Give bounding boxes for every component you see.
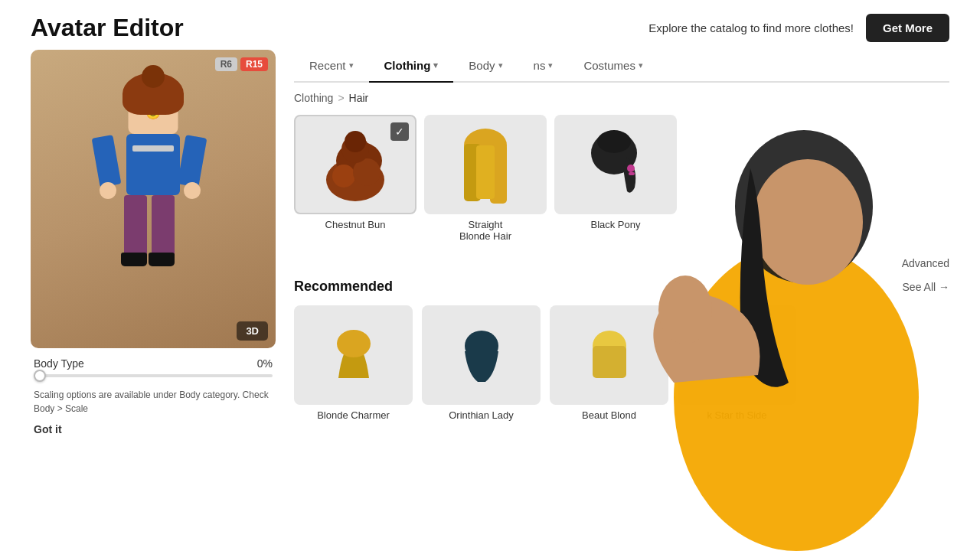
body-type-slider[interactable] [34, 374, 273, 377]
breadcrumb-separator: > [338, 92, 344, 104]
hair-item-blonde[interactable]: StraightBlonde Hair [424, 115, 547, 242]
breadcrumb-hair: Hair [349, 92, 369, 104]
avatar-right-leg [152, 195, 175, 256]
rec-item-beaut-blond-img [550, 305, 668, 405]
selected-check-icon: ✓ [390, 122, 409, 141]
tabs-bar: Recent ▾ Clothing ▾ Body ▾ ns ▾ Costumes… [294, 50, 949, 83]
ns-chevron-icon: ▾ [548, 60, 553, 70]
black-pony-svg [585, 126, 646, 203]
tab-ns[interactable]: ns ▾ [518, 50, 569, 81]
avatar-right-arm [178, 135, 207, 187]
3d-button[interactable]: 3D [237, 321, 268, 341]
advanced-button[interactable]: Advanced [902, 257, 949, 269]
rec-item-kstar[interactable]: k Star th Side [678, 305, 796, 421]
beaut-blond-svg [579, 324, 640, 386]
header-right: Explore the catalog to find more clothes… [648, 14, 949, 42]
orinthian-svg [451, 324, 512, 386]
tab-clothing[interactable]: Clothing ▾ [369, 50, 454, 81]
page-title: Avatar Editor [31, 14, 184, 42]
rec-item-beaut-blond-name: Beaut Blond [582, 409, 636, 421]
advanced-row: Advanced [294, 257, 949, 269]
rec-item-beaut-blond[interactable]: Beaut Blond [550, 305, 668, 421]
avatar-right-hand [184, 182, 201, 199]
recommended-title: Recommended [294, 279, 393, 295]
header: Avatar Editor Explore the catalog to fin… [0, 0, 980, 50]
avatar-body [126, 134, 180, 195]
svg-point-5 [345, 131, 366, 152]
avatar-hair-bun [142, 65, 165, 88]
body-type-label: Body Type [34, 357, 84, 370]
avatar-left-arm [92, 135, 122, 187]
rec-item-blonde-charmer[interactable]: Blonde Charmer [294, 305, 413, 421]
svg-rect-17 [593, 346, 626, 378]
tab-recent[interactable]: Recent ▾ [294, 50, 369, 81]
body-type-row: Body Type 0% [34, 357, 273, 370]
hair-item-blonde-img [424, 115, 547, 214]
explore-text: Explore the catalog to find more clothes… [648, 21, 854, 34]
hair-item-black-pony-img [554, 115, 677, 214]
svg-point-14 [337, 330, 371, 357]
svg-rect-9 [476, 145, 495, 199]
r6-badge[interactable]: R6 [215, 57, 237, 71]
recommended-section: Recommended See All → Blonde Charmer [294, 279, 949, 540]
hair-item-chestnut-name: Chestnut Bun [325, 219, 386, 230]
right-panel: Recent ▾ Clothing ▾ Body ▾ ns ▾ Costumes… [294, 50, 949, 540]
costumes-chevron-icon: ▾ [639, 60, 643, 70]
hair-grid: ✓ Chestnut Bun [294, 115, 949, 242]
scaling-note: Scaling options are available under Body… [34, 388, 273, 416]
kstar-svg [707, 324, 768, 386]
body-type-section: Body Type 0% Scaling options are availab… [31, 357, 276, 436]
rec-item-blonde-charmer-name: Blonde Charmer [317, 409, 390, 421]
breadcrumb-clothing[interactable]: Clothing [294, 92, 333, 104]
blonde-hair-svg [455, 122, 516, 207]
get-more-button[interactable]: Get More [866, 14, 949, 42]
rec-grid: Blonde Charmer Orinthian Lady [294, 305, 949, 421]
avatar-right-foot [149, 253, 175, 266]
svg-point-2 [332, 165, 355, 187]
hair-item-black-pony[interactable]: Black Pony [554, 115, 677, 242]
rec-item-orinthian[interactable]: Orinthian Lady [422, 305, 541, 421]
recent-chevron-icon: ▾ [349, 60, 354, 70]
blonde-charmer-svg [323, 324, 384, 386]
hair-item-chestnut-img: ✓ [294, 115, 416, 214]
hair-item-blonde-name: StraightBlonde Hair [459, 219, 511, 242]
svg-point-11 [597, 130, 631, 153]
hair-item-chestnut[interactable]: ✓ Chestnut Bun [294, 115, 416, 242]
avatar-preview: R6 R15 ✦ 🙂 [31, 50, 276, 348]
got-it-button[interactable]: Got it [34, 423, 62, 435]
svg-rect-13 [629, 172, 635, 175]
clothing-chevron-icon: ▾ [433, 60, 438, 70]
body-type-value: 0% [257, 357, 273, 370]
slider-thumb[interactable] [34, 370, 46, 382]
main-layout: R6 R15 ✦ 🙂 [0, 50, 980, 540]
svg-point-12 [627, 165, 635, 172]
rec-item-kstar-name: k Star th Side [707, 409, 766, 421]
breadcrumb: Clothing > Hair [294, 92, 949, 104]
avatar-left-hand [100, 182, 116, 199]
chestnut-bun-svg [317, 126, 394, 203]
recommended-header: Recommended See All → [294, 279, 949, 295]
rec-item-kstar-img [678, 305, 796, 405]
r15-badge[interactable]: R15 [240, 57, 268, 71]
svg-rect-19 [720, 346, 754, 378]
avatar-figure: 🙂 [92, 84, 214, 314]
avatar-left-leg [124, 195, 147, 256]
rec-item-blonde-charmer-img [294, 305, 413, 405]
tab-body[interactable]: Body ▾ [453, 50, 518, 81]
avatar-left-foot [121, 253, 147, 266]
rec-item-orinthian-img [422, 305, 541, 405]
body-chevron-icon: ▾ [498, 60, 503, 70]
avatar-shirt-stripe [132, 145, 174, 152]
rec-item-orinthian-name: Orinthian Lady [449, 409, 514, 421]
avatar-panel: R6 R15 ✦ 🙂 [31, 50, 276, 540]
tab-costumes[interactable]: Costumes ▾ [568, 50, 658, 81]
see-all-link[interactable]: See All → [903, 281, 949, 293]
hair-item-black-pony-name: Black Pony [590, 219, 640, 230]
